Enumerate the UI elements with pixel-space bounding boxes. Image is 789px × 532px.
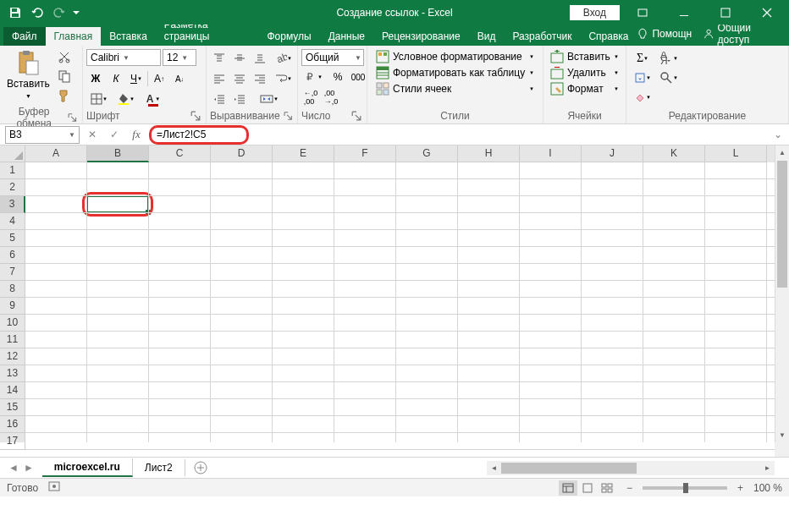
accounting-format-button[interactable]: ₽▼: [301, 68, 327, 86]
column-header[interactable]: H: [458, 145, 520, 162]
name-box-input[interactable]: [6, 129, 57, 140]
delete-cells-button[interactable]: Удалить▼: [549, 65, 621, 80]
percent-button[interactable]: %: [328, 68, 347, 86]
underline-button[interactable]: Ч▼: [127, 69, 146, 88]
formula-input[interactable]: [157, 129, 241, 140]
conditional-formatting-button[interactable]: Условное форматирование▼: [372, 49, 538, 64]
copy-button[interactable]: [55, 67, 74, 85]
hscroll-thumb[interactable]: [501, 463, 637, 474]
clipboard-dialog-launcher[interactable]: [68, 112, 77, 123]
align-bottom-button[interactable]: [251, 49, 269, 68]
align-dialog-launcher[interactable]: [284, 111, 292, 121]
borders-button[interactable]: ▼: [86, 90, 112, 108]
row-header[interactable]: 13: [0, 365, 25, 382]
name-box-dropdown[interactable]: ▼: [65, 131, 79, 139]
autosum-button[interactable]: Σ▼: [630, 49, 655, 68]
tab-review[interactable]: Рецензирование: [373, 27, 469, 46]
align-center-button[interactable]: [230, 69, 249, 88]
cut-button[interactable]: [55, 47, 74, 66]
format-painter-button[interactable]: [55, 86, 74, 105]
format-cells-button[interactable]: Формат▼: [549, 81, 621, 96]
paste-button[interactable]: Вставить▼: [3, 47, 53, 101]
column-header[interactable]: C: [149, 145, 211, 162]
wrap-text-button[interactable]: ▼: [271, 69, 296, 88]
page-break-view-button[interactable]: [598, 480, 616, 496]
number-dialog-launcher[interactable]: [351, 111, 361, 121]
tab-formulas[interactable]: Формулы: [258, 27, 319, 46]
sheet-tab-2[interactable]: Лист2: [133, 459, 185, 476]
sort-filter-button[interactable]: АЯ▼: [657, 49, 681, 68]
formula-bar-expand[interactable]: ⌄: [767, 129, 789, 140]
align-middle-button[interactable]: [230, 49, 249, 68]
row-header[interactable]: 5: [0, 230, 25, 247]
ribbon-display-button[interactable]: [623, 0, 661, 25]
zoom-out-button[interactable]: −: [623, 482, 636, 494]
tab-insert[interactable]: Вставка: [101, 27, 156, 46]
merge-button[interactable]: ▼: [251, 90, 288, 108]
bold-button[interactable]: Ж: [86, 69, 105, 88]
fill-button[interactable]: ▼: [630, 69, 655, 87]
cell-styles-button[interactable]: Стили ячеек▼: [372, 81, 538, 96]
font-color-button[interactable]: A▼: [141, 90, 166, 108]
minimize-button[interactable]: [665, 0, 703, 25]
increase-font-button[interactable]: A↑: [150, 69, 168, 88]
enter-formula-button[interactable]: ✓: [103, 126, 125, 144]
increase-indent-button[interactable]: [230, 90, 249, 108]
tab-data[interactable]: Данные: [320, 27, 373, 46]
column-header[interactable]: D: [211, 145, 273, 162]
row-header[interactable]: 3: [0, 196, 25, 213]
increase-decimal-button[interactable]: ←,0,00: [301, 88, 320, 107]
column-header[interactable]: I: [520, 145, 582, 162]
maximize-button[interactable]: [706, 0, 744, 25]
zoom-in-button[interactable]: +: [734, 482, 747, 494]
vertical-scrollbar[interactable]: ▲ ▼: [775, 145, 789, 442]
tab-view[interactable]: Вид: [469, 27, 505, 46]
save-button[interactable]: [5, 3, 25, 23]
row-header[interactable]: 9: [0, 298, 25, 315]
select-all-button[interactable]: [0, 145, 25, 162]
page-layout-view-button[interactable]: [578, 480, 597, 496]
orientation-button[interactable]: ab▼: [271, 49, 296, 68]
tab-developer[interactable]: Разработчик: [504, 27, 580, 46]
row-header[interactable]: 16: [0, 416, 25, 433]
horizontal-scrollbar[interactable]: ◄ ►: [487, 461, 775, 475]
scroll-down-button[interactable]: ▼: [775, 428, 789, 442]
scroll-up-button[interactable]: ▲: [775, 145, 789, 160]
column-header[interactable]: E: [273, 145, 334, 162]
scroll-right-button[interactable]: ►: [760, 464, 775, 472]
zoom-slider[interactable]: [643, 486, 727, 490]
sheet-nav-prev[interactable]: ◄: [7, 462, 20, 474]
row-header[interactable]: 2: [0, 179, 25, 196]
row-header[interactable]: 11: [0, 332, 25, 348]
share-button[interactable]: Общий доступ: [703, 22, 777, 46]
row-header[interactable]: 10: [0, 315, 25, 332]
column-header[interactable]: G: [396, 145, 458, 162]
name-box[interactable]: ▼: [5, 126, 80, 144]
qat-customize[interactable]: [71, 3, 81, 23]
macro-record-icon[interactable]: [48, 480, 60, 495]
new-sheet-button[interactable]: [190, 458, 211, 478]
insert-function-button[interactable]: fx: [125, 126, 147, 144]
number-format-combo[interactable]: Общий▼: [301, 49, 364, 66]
zoom-thumb[interactable]: [683, 483, 688, 493]
row-header[interactable]: 15: [0, 399, 25, 416]
row-header[interactable]: 1: [0, 162, 25, 179]
decrease-font-button[interactable]: A↓: [170, 69, 189, 88]
italic-button[interactable]: К: [107, 69, 125, 88]
column-header[interactable]: J: [582, 145, 643, 162]
decrease-indent-button[interactable]: [210, 90, 229, 108]
zoom-level[interactable]: 100 %: [753, 482, 782, 494]
tab-file[interactable]: Файл: [3, 27, 46, 46]
font-name-combo[interactable]: Calibri▼: [86, 49, 161, 66]
sheet-tab-active[interactable]: microexcel.ru: [42, 458, 133, 477]
column-header[interactable]: B: [87, 145, 149, 162]
column-header[interactable]: L: [705, 145, 767, 162]
row-header[interactable]: 17: [0, 433, 25, 450]
font-dialog-launcher[interactable]: [190, 111, 201, 121]
column-header[interactable]: F: [334, 145, 396, 162]
column-header[interactable]: A: [25, 145, 87, 162]
comma-button[interactable]: 000: [349, 68, 367, 86]
decrease-decimal-button[interactable]: ,00→,0: [322, 88, 340, 107]
cells[interactable]: 7: [25, 162, 775, 442]
column-header[interactable]: K: [643, 145, 705, 162]
